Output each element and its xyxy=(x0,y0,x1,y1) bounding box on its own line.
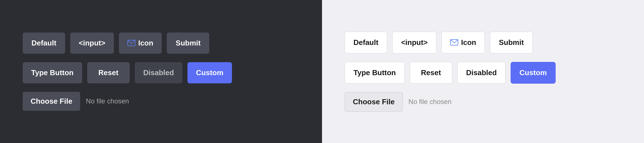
dark-icon-button[interactable]: Icon xyxy=(119,32,162,54)
dark-custom-button[interactable]: Custom xyxy=(187,62,232,83)
dark-default-button[interactable]: Default xyxy=(23,32,65,54)
light-file-row: Choose File No file chosen xyxy=(345,92,451,112)
mail-icon-light xyxy=(450,39,458,46)
light-file-label: No file chosen xyxy=(408,98,451,106)
dark-row-2: Type Button Reset Disabled Custom xyxy=(23,62,232,83)
dark-choose-file-button[interactable]: Choose File xyxy=(23,92,80,111)
dark-typebutton-button[interactable]: Type Button xyxy=(23,62,82,83)
light-typebutton-button[interactable]: Type Button xyxy=(345,62,405,84)
light-input-button[interactable]: <input> xyxy=(392,32,436,53)
light-icon-button[interactable]: Icon xyxy=(442,32,485,53)
light-custom-button[interactable]: Custom xyxy=(511,62,556,84)
light-choose-file-button[interactable]: Choose File xyxy=(345,92,403,112)
dark-file-row: Choose File No file chosen xyxy=(23,92,129,111)
dark-file-label: No file chosen xyxy=(86,97,129,105)
light-row-1: Default <input> Icon Submit xyxy=(345,32,533,53)
dark-panel: Default <input> Icon Submit Type Button … xyxy=(0,0,322,143)
light-reset-button[interactable]: Reset xyxy=(410,62,452,84)
light-default-button[interactable]: Default xyxy=(345,32,387,53)
dark-disabled-button: Disabled xyxy=(135,62,182,83)
dark-row-1: Default <input> Icon Submit xyxy=(23,32,209,54)
dark-icon-button-label: Icon xyxy=(138,39,153,47)
light-submit-button[interactable]: Submit xyxy=(490,32,532,53)
light-row-2: Type Button Reset Disabled Custom xyxy=(345,62,556,84)
dark-reset-button[interactable]: Reset xyxy=(87,62,130,83)
dark-submit-button[interactable]: Submit xyxy=(167,32,209,54)
light-panel: Default <input> Icon Submit Type Button … xyxy=(322,0,644,143)
light-disabled-button: Disabled xyxy=(457,62,506,84)
mail-icon xyxy=(127,40,135,46)
light-icon-button-label: Icon xyxy=(461,38,476,47)
dark-input-button[interactable]: <input> xyxy=(70,32,114,54)
